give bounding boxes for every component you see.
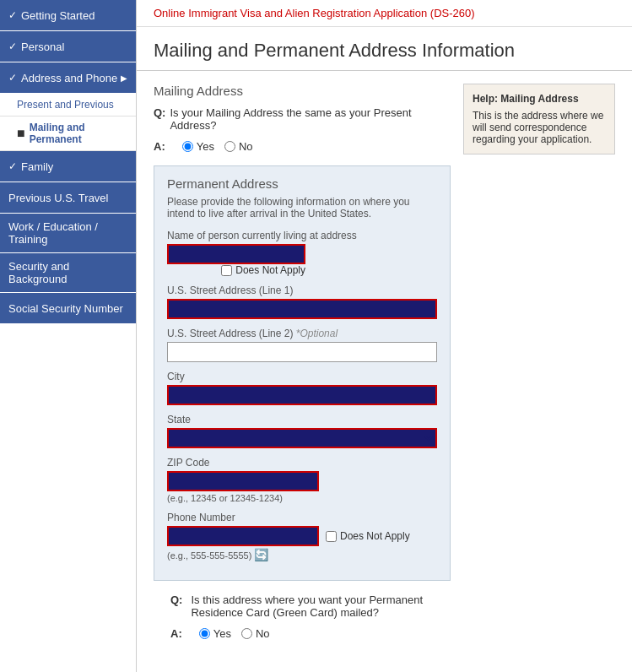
check-icon: ✓ [8,41,17,52]
sidebar-sub-menu: Present and Previous ■ Mailing and Perma… [0,94,136,151]
city-input[interactable] [167,385,437,405]
street2-optional: *Optional [296,328,338,339]
help-text: This is the address where we will send c… [473,110,606,145]
phone-info-icon[interactable]: 🔄 [254,548,268,561]
sidebar-item-previous-us-travel[interactable]: Previous U.S. Travel [0,182,136,213]
zip-group: ZIP Code (e.g., 12345 or 12345-1234) [167,457,437,503]
check-icon: ✓ [8,160,17,172]
phone-label: Phone Number [167,512,437,523]
sidebar-item-family[interactable]: ✓ Family [0,151,136,182]
city-group: City [167,371,437,405]
main-content: Online Immigrant Visa and Alien Registra… [137,0,632,672]
q-label-2: Q: [170,593,182,619]
help-box: Help: Mailing Address This is the addres… [463,84,615,154]
sidebar-sub-label: Present and Previous [17,99,114,111]
phone-group: Phone Number Does Not Apply (e.g., 555-5… [167,512,437,561]
green-card-yes-radio[interactable] [199,628,210,639]
mailing-question: Is your Mailing Address the same as your… [170,106,451,132]
sidebar-label: Social Security Number [8,302,123,315]
page-title: Mailing and Permanent Address Informatio… [137,27,632,71]
green-card-no-radio[interactable] [241,628,252,639]
sidebar-label: Work / Education / Training [8,220,127,246]
mailing-no-radio[interactable] [224,141,235,152]
sidebar-sub-present-previous[interactable]: Present and Previous [0,94,136,117]
help-title: Help: Mailing Address [473,93,606,105]
name-input-row: Does Not Apply [167,244,437,276]
bullet-icon: ■ [17,126,25,141]
phone-hint: (e.g., 555-555-5555) 🔄 [167,548,437,561]
sidebar-item-social-security[interactable]: Social Security Number [0,293,136,323]
sidebar-item-personal[interactable]: ✓ Personal [0,31,136,62]
zip-input[interactable] [167,471,319,491]
phone-dna-row: Does Not Apply [326,530,410,542]
name-group: Name of person currently living at addre… [167,230,437,276]
mailing-answer-row: A: Yes No [154,140,451,153]
sidebar-sub-label: Mailing and Permanent [30,122,127,145]
phone-dna-checkbox[interactable] [326,531,337,542]
permanent-address-section: Permanent Address Please provide the fol… [154,165,451,581]
city-label: City [167,371,437,382]
state-select[interactable] [167,428,437,448]
green-card-question: Is this address where you want your Perm… [191,593,434,619]
name-dna-label: Does Not Apply [235,264,305,276]
sidebar: ✓ Getting Started ✓ Personal ✓ Address a… [0,0,137,672]
street1-input[interactable] [167,299,437,319]
form-left: Mailing Address Q: Is your Mailing Addre… [154,84,451,653]
check-icon: ✓ [8,72,17,84]
street2-group: U.S. Street Address (Line 2) *Optional [167,328,437,362]
bottom-question-area: Q: Is this address where you want your P… [154,581,451,653]
sidebar-item-getting-started[interactable]: ✓ Getting Started [0,0,136,30]
phone-input-row: Does Not Apply [167,526,437,546]
state-label: State [167,414,437,425]
sidebar-label: Getting Started [21,9,95,22]
mailing-yes-option[interactable]: Yes [182,140,214,153]
a-label: A: [154,140,165,153]
sidebar-item-security-background[interactable]: Security and Background [0,253,136,292]
mailing-yes-radio[interactable] [182,141,193,152]
phone-dna-label: Does Not Apply [340,530,410,542]
sidebar-label: Previous U.S. Travel [8,192,109,204]
sidebar-item-address-phone[interactable]: ✓ Address and Phone [0,62,136,93]
perm-section-title: Permanent Address [167,176,437,191]
state-group: State [167,414,437,448]
street1-group: U.S. Street Address (Line 1) [167,285,437,319]
mailing-section-title: Mailing Address [154,84,451,98]
app-container: ✓ Getting Started ✓ Personal ✓ Address a… [0,0,632,672]
mailing-yes-label: Yes [197,140,214,153]
green-card-question-row: Q: Is this address where you want your P… [170,593,434,619]
sidebar-item-work-education[interactable]: Work / Education / Training [0,214,136,252]
street2-input[interactable] [167,342,437,362]
mailing-radio-group: Yes No [182,140,253,153]
street1-label: U.S. Street Address (Line 1) [167,285,437,296]
name-input-container: Does Not Apply [167,244,305,276]
mailing-no-option[interactable]: No [224,140,253,153]
sidebar-label: Personal [21,41,64,53]
form-area: Mailing Address Q: Is your Mailing Addre… [137,71,632,665]
zip-label: ZIP Code [167,457,437,469]
name-dna-row: Does Not Apply [221,264,305,276]
sidebar-label: Family [21,160,53,173]
app-title: Online Immigrant Visa and Alien Registra… [137,0,632,27]
check-icon: ✓ [8,9,17,21]
a-label-2: A: [170,627,182,640]
green-card-yes-label: Yes [213,627,231,640]
mailing-question-row: Q: Is your Mailing Address the same as y… [154,106,451,132]
perm-description: Please provide the following information… [167,196,437,219]
street2-label: U.S. Street Address (Line 2) *Optional [167,328,437,339]
name-label: Name of person currently living at addre… [167,230,437,241]
sidebar-label: Address and Phone [21,72,117,84]
green-card-no-label: No [256,627,270,640]
green-card-radio-group: Yes No [199,627,270,640]
zip-hint: (e.g., 12345 or 12345-1234) [167,493,437,503]
name-input[interactable] [167,244,305,264]
name-dna-checkbox[interactable] [221,265,232,276]
green-card-no-option[interactable]: No [241,627,270,640]
green-card-yes-option[interactable]: Yes [199,627,231,640]
sidebar-sub-mailing-permanent[interactable]: ■ Mailing and Permanent [0,117,136,151]
green-card-answer-row: A: Yes No [170,627,434,640]
sidebar-label: Security and Background [8,260,127,285]
phone-input[interactable] [167,526,319,546]
mailing-no-label: No [239,140,253,153]
q-label: Q: [154,106,165,119]
